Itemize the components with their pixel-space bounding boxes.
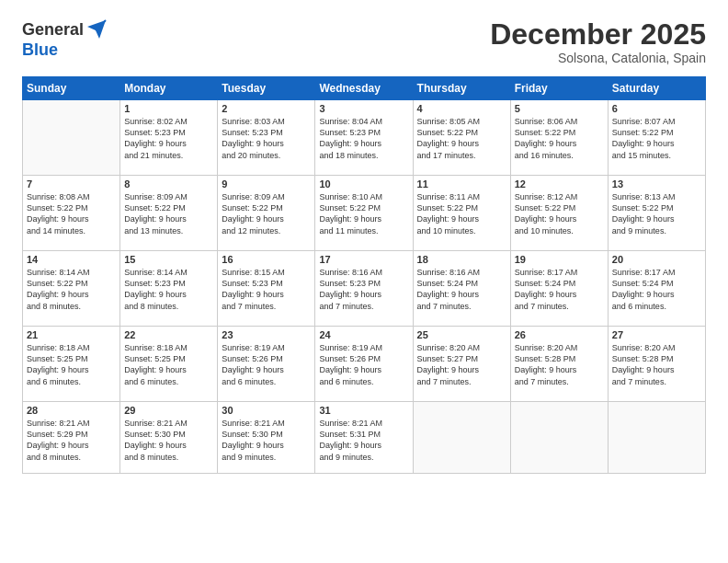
day-number: 27 <box>612 329 701 340</box>
day-info: Sunrise: 8:18 AM Sunset: 5:25 PM Dayligh… <box>27 342 116 387</box>
weekday-header-cell: Thursday <box>413 77 510 100</box>
logo-blue-text: Blue <box>22 40 58 60</box>
day-info: Sunrise: 8:16 AM Sunset: 5:24 PM Dayligh… <box>417 267 506 312</box>
day-info: Sunrise: 8:21 AM Sunset: 5:30 PM Dayligh… <box>124 418 213 463</box>
day-info: Sunrise: 8:08 AM Sunset: 5:22 PM Dayligh… <box>27 191 116 236</box>
logo: General Blue <box>22 18 108 60</box>
calendar-day-cell: 15Sunrise: 8:14 AM Sunset: 5:23 PM Dayli… <box>120 251 218 327</box>
day-info: Sunrise: 8:21 AM Sunset: 5:31 PM Dayligh… <box>319 418 408 463</box>
location-subtitle: Solsona, Catalonia, Spain <box>490 51 706 65</box>
calendar-week-row: 21Sunrise: 8:18 AM Sunset: 5:25 PM Dayli… <box>23 327 706 402</box>
day-number: 9 <box>222 178 311 190</box>
day-number: 28 <box>27 405 116 416</box>
day-info: Sunrise: 8:19 AM Sunset: 5:26 PM Dayligh… <box>222 342 311 387</box>
calendar-table: SundayMondayTuesdayWednesdayThursdayFrid… <box>22 76 706 474</box>
day-number: 30 <box>222 405 311 416</box>
weekday-header-cell: Monday <box>120 77 218 100</box>
calendar-day-cell: 16Sunrise: 8:15 AM Sunset: 5:23 PM Dayli… <box>218 251 315 327</box>
calendar-week-row: 28Sunrise: 8:21 AM Sunset: 5:29 PM Dayli… <box>23 402 706 474</box>
calendar-day-cell: 4Sunrise: 8:05 AM Sunset: 5:22 PM Daylig… <box>413 100 510 176</box>
calendar-day-cell <box>23 100 120 176</box>
calendar-day-cell: 7Sunrise: 8:08 AM Sunset: 5:22 PM Daylig… <box>23 176 120 251</box>
day-info: Sunrise: 8:06 AM Sunset: 5:22 PM Dayligh… <box>515 116 604 161</box>
day-info: Sunrise: 8:19 AM Sunset: 5:26 PM Dayligh… <box>319 342 408 387</box>
calendar-day-cell <box>413 402 510 474</box>
day-info: Sunrise: 8:02 AM Sunset: 5:23 PM Dayligh… <box>124 116 213 161</box>
day-info: Sunrise: 8:17 AM Sunset: 5:24 PM Dayligh… <box>612 267 701 312</box>
calendar-day-cell: 9Sunrise: 8:09 AM Sunset: 5:22 PM Daylig… <box>218 176 315 251</box>
day-info: Sunrise: 8:09 AM Sunset: 5:22 PM Dayligh… <box>222 191 311 236</box>
calendar-day-cell: 11Sunrise: 8:11 AM Sunset: 5:22 PM Dayli… <box>413 176 510 251</box>
title-block: December 2025 Solsona, Catalonia, Spain <box>490 18 706 65</box>
day-info: Sunrise: 8:17 AM Sunset: 5:24 PM Dayligh… <box>515 267 604 312</box>
day-number: 10 <box>319 178 408 190</box>
calendar-day-cell: 27Sunrise: 8:20 AM Sunset: 5:28 PM Dayli… <box>608 327 705 402</box>
day-number: 24 <box>319 329 408 340</box>
day-number: 4 <box>417 103 506 114</box>
day-number: 14 <box>27 254 116 265</box>
calendar-day-cell <box>608 402 705 474</box>
calendar-week-row: 7Sunrise: 8:08 AM Sunset: 5:22 PM Daylig… <box>23 176 706 251</box>
day-number: 20 <box>612 254 701 265</box>
calendar-day-cell: 1Sunrise: 8:02 AM Sunset: 5:23 PM Daylig… <box>120 100 218 176</box>
calendar-week-row: 14Sunrise: 8:14 AM Sunset: 5:22 PM Dayli… <box>23 251 706 327</box>
calendar-day-cell: 2Sunrise: 8:03 AM Sunset: 5:23 PM Daylig… <box>218 100 315 176</box>
day-info: Sunrise: 8:04 AM Sunset: 5:23 PM Dayligh… <box>319 116 408 161</box>
day-info: Sunrise: 8:20 AM Sunset: 5:28 PM Dayligh… <box>612 342 701 387</box>
calendar-day-cell: 10Sunrise: 8:10 AM Sunset: 5:22 PM Dayli… <box>315 176 413 251</box>
day-number: 29 <box>124 405 213 416</box>
calendar-day-cell: 25Sunrise: 8:20 AM Sunset: 5:27 PM Dayli… <box>413 327 510 402</box>
day-info: Sunrise: 8:20 AM Sunset: 5:28 PM Dayligh… <box>515 342 604 387</box>
day-info: Sunrise: 8:03 AM Sunset: 5:23 PM Dayligh… <box>222 116 311 161</box>
weekday-header-cell: Sunday <box>23 77 120 100</box>
calendar-day-cell: 13Sunrise: 8:13 AM Sunset: 5:22 PM Dayli… <box>608 176 705 251</box>
day-info: Sunrise: 8:05 AM Sunset: 5:22 PM Dayligh… <box>417 116 506 161</box>
weekday-header-cell: Saturday <box>608 77 705 100</box>
calendar-day-cell: 26Sunrise: 8:20 AM Sunset: 5:28 PM Dayli… <box>510 327 608 402</box>
calendar-day-cell: 19Sunrise: 8:17 AM Sunset: 5:24 PM Dayli… <box>510 251 608 327</box>
day-info: Sunrise: 8:18 AM Sunset: 5:25 PM Dayligh… <box>124 342 213 387</box>
day-number: 25 <box>417 329 506 340</box>
day-number: 18 <box>417 254 506 265</box>
day-number: 19 <box>515 254 604 265</box>
calendar-week-row: 1Sunrise: 8:02 AM Sunset: 5:23 PM Daylig… <box>23 100 706 176</box>
calendar-day-cell: 22Sunrise: 8:18 AM Sunset: 5:25 PM Dayli… <box>120 327 218 402</box>
calendar-body: 1Sunrise: 8:02 AM Sunset: 5:23 PM Daylig… <box>23 100 706 474</box>
calendar-day-cell: 3Sunrise: 8:04 AM Sunset: 5:23 PM Daylig… <box>315 100 413 176</box>
weekday-header-cell: Wednesday <box>315 77 413 100</box>
month-title: December 2025 <box>490 18 706 51</box>
day-info: Sunrise: 8:21 AM Sunset: 5:30 PM Dayligh… <box>222 418 311 463</box>
day-number: 1 <box>124 103 213 114</box>
calendar-day-cell: 5Sunrise: 8:06 AM Sunset: 5:22 PM Daylig… <box>510 100 608 176</box>
day-number: 2 <box>222 103 311 114</box>
logo-bird-icon <box>85 18 108 40</box>
day-info: Sunrise: 8:14 AM Sunset: 5:22 PM Dayligh… <box>27 267 116 312</box>
calendar-day-cell: 14Sunrise: 8:14 AM Sunset: 5:22 PM Dayli… <box>23 251 120 327</box>
day-number: 17 <box>319 254 408 265</box>
weekday-header-cell: Friday <box>510 77 608 100</box>
calendar-day-cell: 30Sunrise: 8:21 AM Sunset: 5:30 PM Dayli… <box>218 402 315 474</box>
page: General Blue December 2025 Solsona, Cata… <box>0 0 728 563</box>
calendar-day-cell: 24Sunrise: 8:19 AM Sunset: 5:26 PM Dayli… <box>315 327 413 402</box>
day-number: 16 <box>222 254 311 265</box>
day-number: 8 <box>124 178 213 190</box>
calendar-day-cell: 20Sunrise: 8:17 AM Sunset: 5:24 PM Dayli… <box>608 251 705 327</box>
header: General Blue December 2025 Solsona, Cata… <box>22 18 706 65</box>
day-number: 13 <box>612 178 701 190</box>
calendar-day-cell: 6Sunrise: 8:07 AM Sunset: 5:22 PM Daylig… <box>608 100 705 176</box>
day-number: 26 <box>515 329 604 340</box>
weekday-header-row: SundayMondayTuesdayWednesdayThursdayFrid… <box>23 77 706 100</box>
calendar-day-cell: 18Sunrise: 8:16 AM Sunset: 5:24 PM Dayli… <box>413 251 510 327</box>
day-number: 7 <box>27 178 116 190</box>
calendar-day-cell <box>510 402 608 474</box>
day-number: 31 <box>319 405 408 416</box>
calendar-day-cell: 21Sunrise: 8:18 AM Sunset: 5:25 PM Dayli… <box>23 327 120 402</box>
day-info: Sunrise: 8:20 AM Sunset: 5:27 PM Dayligh… <box>417 342 506 387</box>
day-number: 11 <box>417 178 506 190</box>
day-info: Sunrise: 8:13 AM Sunset: 5:22 PM Dayligh… <box>612 191 701 236</box>
day-number: 22 <box>124 329 213 340</box>
day-info: Sunrise: 8:07 AM Sunset: 5:22 PM Dayligh… <box>612 116 701 161</box>
day-number: 21 <box>27 329 116 340</box>
calendar-day-cell: 17Sunrise: 8:16 AM Sunset: 5:23 PM Dayli… <box>315 251 413 327</box>
calendar-day-cell: 12Sunrise: 8:12 AM Sunset: 5:22 PM Dayli… <box>510 176 608 251</box>
